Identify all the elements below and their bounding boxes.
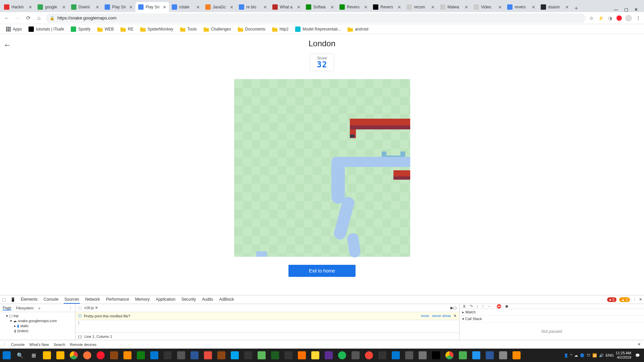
tb-app-23[interactable] (389, 349, 402, 362)
game-board[interactable] (234, 79, 410, 257)
ext-icon-2[interactable]: ◑ (607, 15, 613, 21)
browser-tab[interactable]: Revers✕ (337, 2, 370, 12)
tb-app-17[interactable] (295, 349, 309, 362)
drawer-tab[interactable]: What's New (29, 343, 49, 347)
ext-icon-3[interactable] (616, 15, 622, 21)
bookmark-item[interactable]: tutorials | ITsafe (26, 25, 67, 33)
source-run-icon[interactable]: ▶▢ (450, 306, 457, 310)
menu-icon[interactable]: ⋮ (635, 15, 641, 21)
tab-close-icon[interactable]: ✕ (364, 5, 368, 10)
tb-app-19[interactable] (322, 349, 335, 362)
devtools-tab-sources[interactable]: Sources (64, 296, 80, 304)
drawer-tab[interactable]: Console (11, 343, 24, 347)
navigator-tab-filesystem[interactable]: Filesystem (16, 306, 34, 310)
browser-tab[interactable]: revers✕ (504, 2, 538, 12)
bookmark-item[interactable]: WEB (95, 25, 116, 33)
drawer-menu-icon[interactable]: ⋮ (3, 342, 6, 347)
devtools-tab-security[interactable]: Security (181, 296, 197, 304)
tab-close-icon[interactable]: ✕ (96, 5, 99, 10)
close-button[interactable]: ✕ (634, 7, 638, 12)
browser-tab[interactable]: google✕ (35, 2, 68, 12)
drawer-close-icon[interactable]: ✕ (638, 342, 641, 347)
tb-app-5[interactable] (134, 349, 148, 362)
browser-tab[interactable]: recom✕ (404, 2, 437, 12)
browser-tab[interactable]: Revers✕ (370, 2, 404, 12)
tb-app-12[interactable] (228, 349, 241, 362)
tb-app-9[interactable] (188, 349, 201, 362)
tb-app-27[interactable] (456, 349, 470, 362)
tb-app-26[interactable] (429, 349, 443, 362)
tab-close-icon[interactable]: ✕ (129, 5, 133, 10)
tb-app-11[interactable] (215, 349, 228, 362)
tab-close-icon[interactable]: ✕ (196, 5, 200, 10)
tab-close-icon[interactable]: ✕ (263, 5, 267, 10)
back-button[interactable]: ← (3, 14, 11, 22)
tab-close-icon[interactable]: ✕ (62, 5, 66, 10)
tb-app-6[interactable] (148, 349, 161, 362)
source-file-tab[interactable]: v18.js ✕ (84, 306, 98, 310)
devtools-settings-icon[interactable]: ⋮ (633, 297, 636, 302)
breakpoints-icon[interactable]: ⛔ (496, 304, 501, 309)
drawer-tab[interactable]: Search (54, 343, 65, 347)
tab-close-icon[interactable]: ✕ (532, 5, 535, 10)
browser-tab[interactable]: dsasm✕ (538, 2, 572, 12)
tb-app-7[interactable] (161, 349, 174, 362)
url-field[interactable]: 🔒 https://snake.googlemaps.com (46, 13, 586, 23)
pretty-close-icon[interactable]: ✕ (453, 314, 457, 318)
browser-tab[interactable]: Hackin✕ (1, 2, 35, 12)
browser-tab[interactable]: JavaSc✕ (203, 2, 236, 12)
tab-close-icon[interactable]: ✕ (465, 5, 468, 10)
tb-chrome[interactable] (67, 349, 80, 362)
callstack-section[interactable]: ▾ Call Stack (460, 316, 644, 322)
bookmark-item[interactable]: Documents (235, 25, 268, 33)
forward-button[interactable]: → (13, 14, 21, 22)
ext-icon-1[interactable]: ⚡ (598, 15, 604, 21)
star-icon[interactable]: ☆ (588, 15, 594, 21)
tb-spotify[interactable] (335, 349, 349, 362)
tb-app-2[interactable] (54, 349, 67, 362)
tb-app-13[interactable] (241, 349, 255, 362)
browser-tab[interactable]: Video✕ (471, 2, 504, 12)
devtools-tab-console[interactable]: Console (43, 296, 59, 304)
tb-app-28[interactable] (470, 349, 483, 362)
tb-app-15[interactable] (268, 349, 282, 362)
tb-word[interactable] (483, 349, 496, 362)
devtools-tab-application[interactable]: Application (155, 296, 176, 304)
tab-close-icon[interactable]: ✕ (431, 5, 435, 10)
bookmark-item[interactable]: Challenges (201, 25, 234, 33)
step-over-icon[interactable]: ↷ (470, 304, 473, 309)
tb-settings[interactable] (510, 349, 523, 362)
bookmark-item[interactable]: Tools (177, 25, 200, 33)
format-icon[interactable]: { } (78, 335, 82, 339)
browser-tab[interactable]: Play Sn✕ (102, 2, 136, 12)
tab-close-icon[interactable]: ✕ (330, 5, 334, 10)
devtools-close-icon[interactable]: ✕ (639, 297, 642, 302)
browser-tab[interactable]: Softwa✕ (303, 2, 337, 12)
devtools-tab-adblock[interactable]: AdBlock (219, 296, 235, 304)
minimize-button[interactable]: — (614, 7, 618, 12)
tb-app-16[interactable] (282, 349, 295, 362)
tb-app-24[interactable] (402, 349, 416, 362)
tab-close-icon[interactable]: ✕ (29, 5, 32, 10)
browser-tab[interactable]: re blo✕ (236, 2, 270, 12)
navigator-tab-page[interactable]: Page (3, 306, 11, 310)
tb-app-1[interactable] (40, 349, 54, 362)
tb-app-29[interactable] (496, 349, 510, 362)
bookmark-item[interactable]: Spotify (68, 25, 93, 33)
pretty-never-link[interactable]: never show (432, 314, 451, 318)
tab-close-icon[interactable]: ✕ (565, 5, 569, 10)
game-back-arrow[interactable]: ← (3, 40, 11, 50)
step-icon[interactable]: → (487, 304, 491, 309)
reload-button[interactable]: ⟳ (24, 14, 32, 22)
notifications-icon[interactable]: 💬 (633, 353, 642, 358)
devtools-tab-memory[interactable]: Memory (135, 296, 150, 304)
browser-tab[interactable]: Malwa✕ (437, 2, 471, 12)
pause-icon[interactable]: ⏸ (462, 304, 466, 309)
devtools-tab-network[interactable]: Network (85, 296, 101, 304)
tb-app-21[interactable] (362, 349, 376, 362)
step-out-icon[interactable]: ↑ (482, 304, 484, 309)
profile-icon[interactable] (625, 15, 632, 21)
devtools-tab-audits[interactable]: Audits (201, 296, 214, 304)
browser-tab[interactable]: What a✕ (270, 2, 303, 12)
tb-app-14[interactable] (255, 349, 268, 362)
